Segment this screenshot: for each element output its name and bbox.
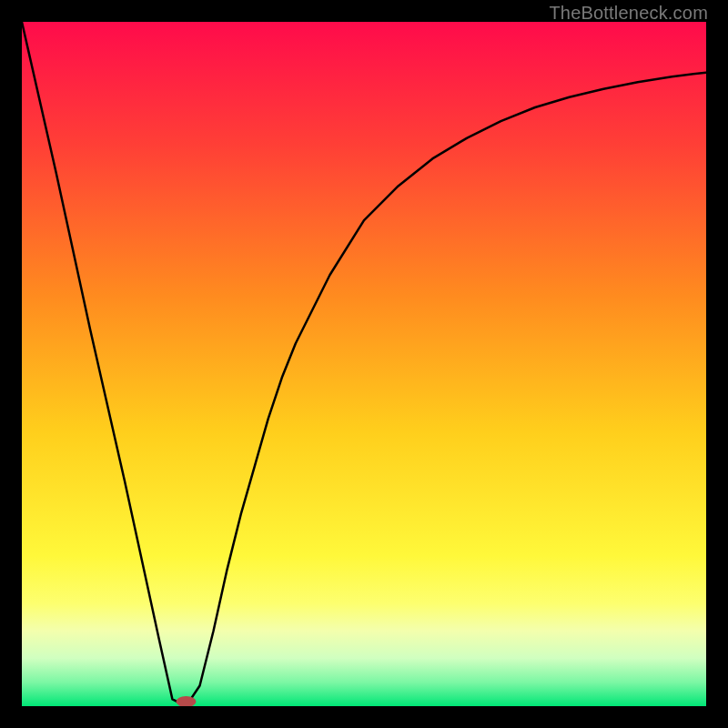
bottleneck-plot [22,22,706,706]
chart-frame: TheBottleneck.com [0,0,728,728]
gradient-background [22,22,706,706]
plot-svg [22,22,706,706]
watermark-text: TheBottleneck.com [549,3,708,24]
